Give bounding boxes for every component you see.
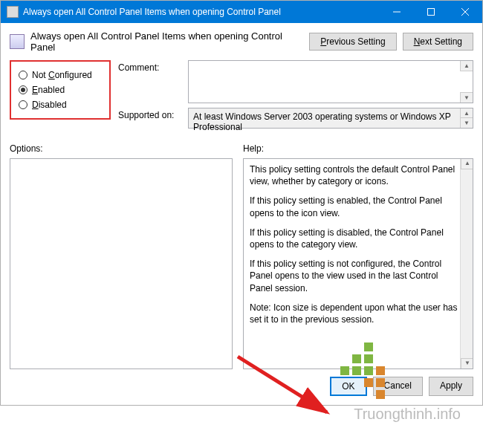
radio-label: Disabled [32, 100, 67, 110]
titlebar[interactable]: Always open All Control Panel Items when… [1, 1, 482, 23]
radio-label: Enabled [32, 85, 65, 95]
radio-label: Not Configured [32, 70, 92, 80]
scroll-up-icon[interactable]: ▲ [461, 159, 473, 169]
app-icon [7, 6, 19, 18]
cancel-button[interactable]: Cancel [373, 377, 423, 396]
policy-title: Always open All Control Panel Items when… [30, 30, 303, 53]
previous-setting-button[interactable]: Previous Setting [309, 33, 396, 51]
radio-icon [19, 100, 27, 109]
svg-rect-1 [428, 9, 435, 16]
help-scrollbar[interactable]: ▲ ▼ [460, 159, 473, 369]
help-text: Note: Icon size is dependent upon what t… [250, 302, 458, 325]
minimize-icon [393, 8, 401, 16]
close-icon [461, 8, 469, 16]
help-panel: This policy setting controls the default… [243, 158, 473, 369]
options-panel [10, 158, 233, 369]
supported-on-box: At least Windows Server 2003 operating s… [188, 108, 473, 129]
scroll-down-icon[interactable]: ▼ [460, 92, 473, 103]
policy-icon [10, 34, 25, 49]
help-text: This policy setting controls the default… [250, 163, 458, 187]
scroll-down-icon[interactable]: ▼ [460, 117, 473, 128]
maximize-button[interactable] [414, 1, 448, 23]
scroll-up-icon[interactable]: ▲ [460, 61, 473, 71]
help-text: If this policy setting is not configured… [250, 258, 458, 294]
help-label: Help: [243, 143, 473, 154]
supported-on-text: At least Windows Server 2003 operating s… [193, 111, 451, 132]
radio-icon-selected [19, 85, 27, 94]
radio-disabled[interactable]: Disabled [19, 97, 102, 112]
next-setting-button[interactable]: Next Setting [403, 33, 473, 51]
minimize-button[interactable] [380, 1, 414, 23]
help-text: If this policy setting is disabled, the … [250, 227, 458, 250]
watermark-text: Truongthinh.info [354, 406, 461, 423]
supported-label: Supported on: [118, 108, 182, 120]
apply-button[interactable]: Apply [429, 377, 473, 396]
close-button[interactable] [448, 1, 482, 23]
comment-label: Comment: [118, 60, 182, 73]
maximize-icon [427, 8, 435, 16]
policy-editor-window: Always open All Control Panel Items when… [0, 0, 483, 406]
radio-icon [19, 71, 27, 79]
comment-textarea[interactable]: ▲ ▼ [188, 60, 473, 103]
radio-enabled[interactable]: Enabled [19, 82, 102, 97]
window-title: Always open All Control Panel Items when… [23, 7, 380, 17]
scroll-down-icon[interactable]: ▼ [461, 358, 473, 369]
radio-not-configured[interactable]: Not Configured [19, 68, 102, 82]
options-label: Options: [10, 143, 233, 154]
ok-button[interactable]: OK [330, 377, 366, 396]
state-radio-group: Not Configured Enabled Disabled [10, 60, 111, 120]
help-text: If this policy setting is enabled, the C… [250, 195, 458, 218]
